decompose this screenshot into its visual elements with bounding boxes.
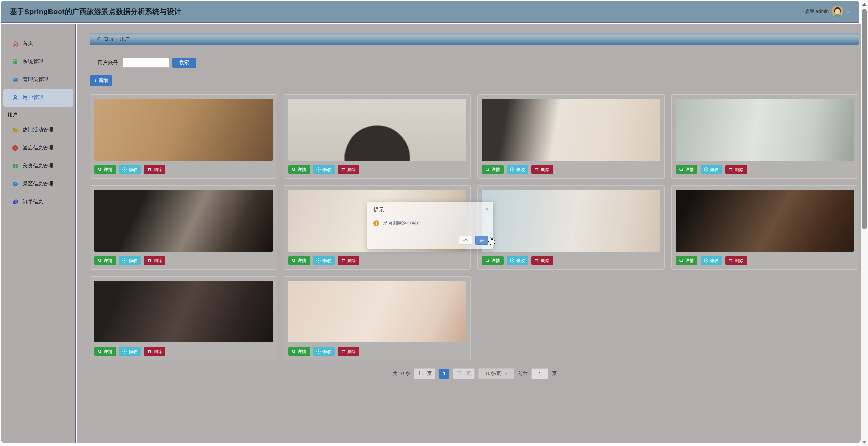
card-actions: 详情 修改 删除 <box>288 347 467 356</box>
scroll-down-arrow-icon[interactable] <box>862 441 867 444</box>
breadcrumb-current: 用户 <box>120 36 130 42</box>
scrollbar-track[interactable] <box>861 0 868 446</box>
delete-button[interactable]: 删除 <box>531 165 553 174</box>
delete-button[interactable]: 删除 <box>725 256 747 265</box>
edit-button[interactable]: 修改 <box>313 256 335 265</box>
user-card: 详情 修改 删除 <box>90 276 277 360</box>
user-photo <box>676 190 854 252</box>
search-button-label: 搜索 <box>179 60 189 66</box>
edit-button[interactable]: 修改 <box>507 256 528 265</box>
detail-button[interactable]: 详情 <box>94 165 116 174</box>
user-photo <box>94 281 273 342</box>
copy-icon <box>12 199 18 205</box>
scroll-up-arrow-icon[interactable] <box>862 3 867 6</box>
detail-label: 详情 <box>298 167 307 173</box>
sidebar-item-admin[interactable]: 管理员管理 <box>3 71 73 89</box>
edit-label: 修改 <box>322 167 331 173</box>
edit-button[interactable]: 修改 <box>119 347 141 356</box>
sidebar-item-label: 美食信息管理 <box>23 163 53 169</box>
scrollbar-thumb[interactable] <box>862 9 867 229</box>
detail-label: 详情 <box>104 167 113 173</box>
delete-button[interactable]: 删除 <box>144 347 165 356</box>
detail-label: 详情 <box>104 349 113 355</box>
close-icon[interactable]: × <box>485 206 488 212</box>
edit-label: 修改 <box>322 349 331 355</box>
detail-button[interactable]: 详情 <box>94 256 116 265</box>
header-user-area[interactable]: 欢迎 admin <box>805 6 850 17</box>
edit-button[interactable]: 修改 <box>507 165 528 174</box>
cancel-button[interactable]: 否 <box>459 236 472 245</box>
sidebar-item-orders[interactable]: 订单信息 <box>3 193 73 211</box>
card-actions: 详情 修改 删除 <box>94 165 273 174</box>
breadcrumb: 首页 - 用户 <box>90 33 859 45</box>
edit-button[interactable]: 修改 <box>313 347 335 356</box>
edit-button[interactable]: 修改 <box>119 165 141 174</box>
goto-page-input[interactable] <box>531 368 548 379</box>
user-photo <box>94 190 273 252</box>
edit-label: 修改 <box>516 258 525 264</box>
user-photo <box>482 99 660 161</box>
page-size-select[interactable]: 10条/页 <box>478 368 514 379</box>
detail-label: 详情 <box>298 258 307 264</box>
building-icon <box>12 59 18 65</box>
sidebar-item-home[interactable]: 首页 <box>3 35 73 53</box>
sidebar-section-users: 用户 <box>1 107 75 121</box>
sidebar-item-food[interactable]: 美食信息管理 <box>3 157 73 175</box>
user-card: 详情 修改 删除 <box>671 185 859 270</box>
sidebar-item-label: 系统管理 <box>23 58 43 65</box>
add-user-button[interactable]: + 新增 <box>90 75 112 86</box>
warning-icon: ! <box>373 220 379 226</box>
detail-button[interactable]: 详情 <box>482 165 504 174</box>
sidebar-item-hotels[interactable]: 酒店信息管理 <box>3 139 73 157</box>
edit-button[interactable]: 修改 <box>701 256 722 265</box>
sidebar-item-scenic[interactable]: 景区信息管理 <box>3 175 73 193</box>
detail-button[interactable]: 详情 <box>94 347 116 356</box>
prev-page-button[interactable]: 上一页 <box>414 368 435 379</box>
edit-label: 修改 <box>516 167 525 173</box>
detail-button[interactable]: 详情 <box>676 256 697 265</box>
app-header: 基于SpringBoot的广西旅游景点数据分析系统与设计 欢迎 admin <box>1 1 859 23</box>
delete-button[interactable]: 删除 <box>144 256 165 265</box>
edit-button[interactable]: 修改 <box>701 165 722 174</box>
detail-button[interactable]: 详情 <box>676 165 697 174</box>
detail-button[interactable]: 详情 <box>482 256 504 265</box>
search-input[interactable] <box>123 58 169 68</box>
delete-button[interactable]: 删除 <box>338 165 359 174</box>
add-button-label: 新增 <box>99 78 108 84</box>
sidebar-item-users[interactable]: 用户管理 <box>3 89 73 107</box>
welcome-text: 欢迎 admin <box>805 8 829 15</box>
page-number-1[interactable]: 1 <box>439 369 449 379</box>
avatar[interactable] <box>832 6 843 17</box>
breadcrumb-separator: - <box>116 36 118 42</box>
delete-label: 删除 <box>735 258 744 264</box>
delete-label: 删除 <box>347 258 356 264</box>
delete-button[interactable]: 删除 <box>338 347 359 356</box>
sidebar-item-label: 用户管理 <box>23 94 43 101</box>
delete-button[interactable]: 删除 <box>144 165 165 174</box>
dialog-body: ! 是否删除选中用户 <box>373 220 487 226</box>
detail-button[interactable]: 详情 <box>288 256 310 265</box>
squares-icon <box>12 163 18 169</box>
confirm-button[interactable]: 是 <box>475 236 488 245</box>
card-actions: 详情 修改 删除 <box>482 256 660 265</box>
pie-chart-icon <box>12 181 18 187</box>
sidebar-item-label: 热门活动管理 <box>23 127 53 133</box>
next-page-button[interactable]: 下一页 <box>453 368 475 379</box>
sidebar: 首页 系统管理 管理员管理 用户管理 用户 热门活动管理 酒店信息管理 <box>1 24 76 443</box>
search-button[interactable]: 搜索 <box>172 58 196 68</box>
delete-button[interactable]: 删除 <box>338 256 359 265</box>
chevron-down-icon[interactable] <box>846 8 850 15</box>
delete-button[interactable]: 删除 <box>725 165 747 174</box>
edit-button[interactable]: 修改 <box>119 256 141 265</box>
detail-button[interactable]: 详情 <box>288 165 310 174</box>
delete-label: 删除 <box>347 167 356 173</box>
sidebar-item-system[interactable]: 系统管理 <box>3 53 73 71</box>
breadcrumb-home[interactable]: 首页 <box>104 36 114 42</box>
detail-button[interactable]: 详情 <box>288 347 310 356</box>
delete-button[interactable]: 删除 <box>531 256 553 265</box>
home-small-icon <box>97 36 102 42</box>
sidebar-item-activities[interactable]: 热门活动管理 <box>3 121 73 139</box>
goto-label: 前往 <box>518 371 528 377</box>
detail-label: 详情 <box>298 349 307 355</box>
edit-button[interactable]: 修改 <box>313 165 335 174</box>
